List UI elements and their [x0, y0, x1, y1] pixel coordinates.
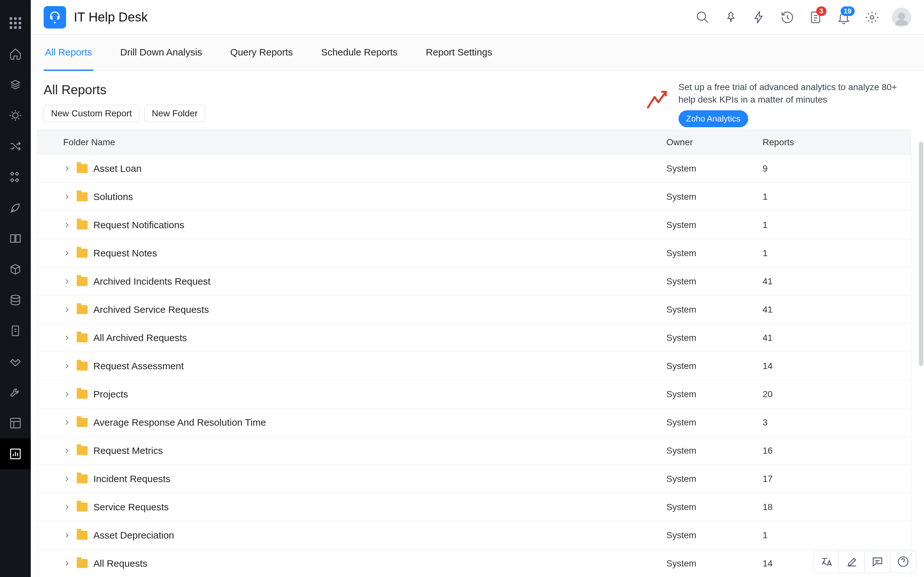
left-sidebar [0, 0, 31, 577]
search-icon[interactable] [694, 9, 711, 26]
tab-all-reports[interactable]: All Reports [44, 35, 94, 71]
table-row[interactable]: Asset DepreciationSystem1 [37, 521, 911, 550]
chevron-right-icon [63, 250, 71, 257]
chevron-right-icon [63, 165, 71, 172]
folder-name: Solutions [94, 191, 133, 202]
receipt-icon[interactable] [0, 316, 31, 346]
table-row[interactable]: All RequestsSystem14 [37, 550, 911, 577]
zoho-analytics-button[interactable]: Zoho Analytics [678, 110, 748, 127]
reports-count: 20 [760, 389, 911, 400]
col-reports[interactable]: Reports [760, 137, 911, 147]
new-folder-button[interactable]: New Folder [144, 105, 205, 122]
tab-drill-down-analysis[interactable]: Drill Down Analysis [119, 35, 204, 71]
table-row[interactable]: Request MetricsSystem16 [37, 437, 911, 465]
bug-icon[interactable] [0, 100, 31, 131]
chevron-right-icon [63, 306, 71, 314]
tools-icon[interactable] [0, 161, 31, 192]
folder-icon [77, 221, 87, 229]
reports-count: 14 [760, 361, 911, 371]
settings-icon[interactable] [864, 9, 880, 26]
table-row[interactable]: ProjectsSystem20 [37, 380, 911, 408]
table-row[interactable]: Asset LoanSystem9 [37, 155, 911, 183]
scrollbar[interactable] [918, 142, 924, 564]
compose-icon[interactable] [839, 551, 865, 572]
book-icon[interactable] [0, 223, 31, 254]
wrench-icon[interactable] [0, 377, 31, 408]
owner-cell: System [664, 502, 760, 512]
folder-icon [77, 474, 87, 484]
report-tabs: All ReportsDrill Down AnalysisQuery Repo… [31, 35, 924, 71]
folder-icon [77, 277, 87, 286]
main-area: IT Help Desk 3 19 All ReportsDrill Down … [31, 0, 924, 577]
page-heading: All Reports [37, 83, 205, 97]
reports-icon[interactable] [0, 438, 31, 469]
folder-name: Request Assessment [94, 361, 184, 372]
chat-icon[interactable] [865, 551, 890, 572]
reports-count: 18 [760, 502, 911, 512]
table-row[interactable]: Archived Service RequestsSystem41 [37, 295, 911, 324]
chevron-right-icon [63, 221, 71, 229]
chevron-right-icon [63, 532, 71, 539]
tasks-icon[interactable]: 3 [807, 9, 824, 26]
table-row[interactable]: Request AssessmentSystem14 [37, 352, 911, 380]
ticket-icon[interactable] [0, 69, 31, 100]
reports-count: 41 [760, 276, 911, 287]
owner-cell: System [664, 530, 760, 540]
table-row[interactable]: Request NotesSystem1 [37, 239, 911, 268]
folder-name: All Archived Requests [94, 332, 187, 343]
rocket-icon[interactable] [0, 192, 31, 223]
chevron-right-icon [63, 334, 71, 342]
reports-count: 41 [760, 305, 911, 315]
app-logo[interactable] [44, 6, 66, 29]
col-folder-name[interactable]: Folder Name [37, 137, 664, 147]
cube-icon[interactable] [0, 254, 31, 285]
folder-name: Service Requests [94, 502, 169, 513]
bolt-icon[interactable] [751, 9, 767, 26]
folder-name: Asset Loan [94, 163, 142, 174]
tab-schedule-reports[interactable]: Schedule Reports [320, 35, 399, 71]
table-row[interactable]: All Archived RequestsSystem41 [37, 324, 911, 352]
promo-text: Set up a free trial of advanced analytic… [678, 81, 908, 106]
owner-cell: System [664, 220, 760, 230]
folder-icon [77, 334, 87, 342]
analytics-promo-icon [645, 81, 669, 119]
owner-cell: System [664, 558, 760, 569]
folder-icon [77, 249, 87, 258]
reports-count: 1 [760, 248, 911, 258]
layout-icon[interactable] [0, 408, 31, 438]
chevron-right-icon [63, 419, 71, 426]
col-owner[interactable]: Owner [664, 137, 760, 147]
folder-icon [77, 446, 87, 455]
user-avatar[interactable] [892, 8, 911, 27]
language-icon[interactable] [813, 551, 839, 572]
folder-name: Asset Depreciation [94, 530, 174, 541]
home-icon[interactable] [0, 39, 31, 69]
tab-report-settings[interactable]: Report Settings [425, 35, 493, 71]
folder-icon [77, 418, 87, 427]
tab-query-reports[interactable]: Query Reports [229, 35, 294, 71]
header-actions: 3 19 [694, 8, 911, 27]
table-row[interactable]: Request NotificationsSystem1 [37, 211, 911, 239]
reports-count: 3 [760, 417, 911, 428]
database-icon[interactable] [0, 285, 31, 316]
new-custom-report-button[interactable]: New Custom Report [44, 105, 139, 122]
owner-cell: System [664, 417, 760, 428]
app-title: IT Help Desk [74, 10, 148, 24]
table-row[interactable]: Archived Incidents RequestSystem41 [37, 268, 911, 295]
apps-icon[interactable] [0, 8, 31, 39]
analytics-promo: Set up a free trial of advanced analytic… [645, 81, 908, 127]
pin-icon[interactable] [722, 9, 739, 26]
history-icon[interactable] [779, 9, 796, 26]
notifications-badge: 19 [841, 6, 855, 16]
help-icon[interactable] [890, 551, 916, 572]
chevron-right-icon [63, 277, 71, 285]
table-row[interactable]: SolutionsSystem1 [37, 183, 911, 211]
notifications-icon[interactable]: 19 [835, 9, 852, 26]
handshake-icon[interactable] [0, 346, 31, 377]
table-row[interactable]: Average Response And Resolution TimeSyst… [37, 408, 911, 437]
shuffle-icon[interactable] [0, 131, 31, 161]
owner-cell: System [664, 333, 760, 343]
table-row[interactable]: Service RequestsSystem18 [37, 493, 911, 521]
table-row[interactable]: Incident RequestsSystem17 [37, 465, 911, 493]
owner-cell: System [664, 361, 760, 371]
